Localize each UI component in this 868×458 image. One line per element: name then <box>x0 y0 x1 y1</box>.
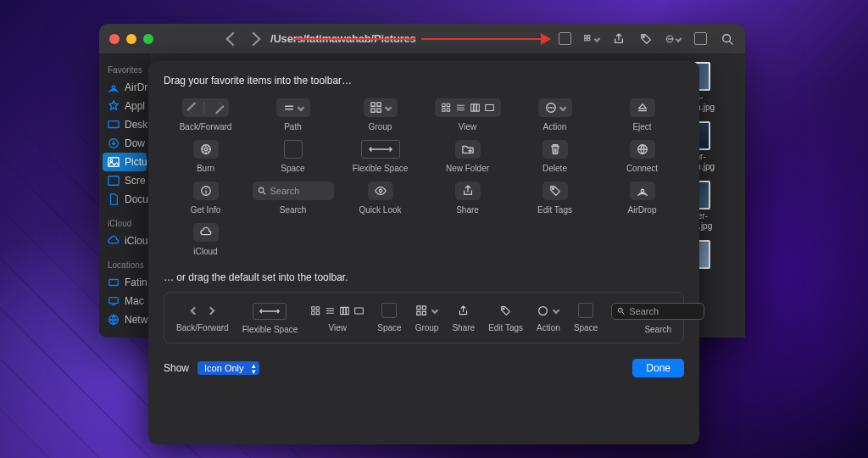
default-back-forward[interactable]: Back/Forward <box>176 303 229 332</box>
default-search-placeholder: Search <box>629 306 659 316</box>
palette-label: Search <box>280 205 307 215</box>
sidebar-item-documents[interactable]: Docu <box>99 190 150 209</box>
zoom-window-button[interactable] <box>143 34 153 44</box>
svg-rect-29 <box>476 104 479 111</box>
sidebar-item-airdrop[interactable]: AirDro <box>99 78 150 97</box>
palette-search[interactable]: Search Search <box>251 182 335 215</box>
search-placeholder: Search <box>270 186 300 196</box>
default-toolbar-set[interactable]: Back/Forward Flexible Space View Space G… <box>164 292 684 344</box>
sidebar-item-disk[interactable]: Fatin <box>99 273 150 292</box>
sidebar-item-desktop[interactable]: Desk <box>99 115 150 134</box>
svg-rect-15 <box>108 176 119 186</box>
close-window-button[interactable] <box>109 34 120 44</box>
palette-back-forward[interactable]: Back/Forward <box>164 98 248 131</box>
svg-rect-24 <box>447 103 449 106</box>
toolbar-slot2-icon[interactable] <box>693 31 708 47</box>
sidebar-item-downloads[interactable]: Dow <box>99 134 150 153</box>
palette-flexible-space[interactable]: Flexible Space <box>338 140 422 173</box>
default-action[interactable]: Action <box>537 303 560 332</box>
sidebar-item-label: Dow <box>125 137 145 149</box>
svg-rect-17 <box>109 298 119 304</box>
default-label: Search <box>644 325 671 334</box>
default-label: Space <box>574 323 598 332</box>
palette-airdrop[interactable]: AirDrop <box>600 182 684 215</box>
sidebar: Favorites AirDro Appl Desk Dow Pictu Scr… <box>99 53 150 338</box>
palette-label: AirDrop <box>628 205 657 215</box>
palette-eject[interactable]: Eject <box>600 98 684 131</box>
search-icon[interactable] <box>720 31 735 47</box>
svg-rect-0 <box>585 35 587 37</box>
default-label: Flexible Space <box>242 325 298 334</box>
default-share[interactable]: Share <box>452 303 475 332</box>
sidebar-item-screenshots[interactable]: Scre <box>99 171 150 190</box>
palette-quicklook[interactable]: Quick Look <box>338 182 422 215</box>
svg-point-4 <box>643 36 645 37</box>
sidebar-heading-icloud: iCloud <box>99 215 150 232</box>
svg-point-41 <box>552 188 554 190</box>
svg-rect-11 <box>108 121 119 128</box>
sidebar-item-pictures[interactable]: Pictu <box>103 153 147 171</box>
palette-edit-tags[interactable]: Edit Tags <box>513 182 597 215</box>
palette-label: iCloud <box>193 247 217 256</box>
show-select-value: Icon Only <box>204 363 243 373</box>
palette-new-folder[interactable]: New Folder <box>426 140 509 173</box>
default-search[interactable]: SearchSearch <box>611 303 704 334</box>
palette-group[interactable]: Group <box>338 98 422 131</box>
svg-point-7 <box>670 38 670 39</box>
palette-space[interactable]: Space <box>251 140 335 173</box>
svg-rect-28 <box>474 104 476 111</box>
svg-rect-1 <box>587 35 590 37</box>
svg-rect-43 <box>312 306 314 309</box>
done-label: Done <box>646 362 670 374</box>
tags-icon[interactable] <box>638 31 654 47</box>
group-icon[interactable] <box>584 31 599 47</box>
action-icon[interactable] <box>665 31 681 47</box>
sidebar-item-label: iClou <box>125 235 147 247</box>
done-button[interactable]: Done <box>632 359 684 377</box>
sidebar-item-mac[interactable]: Mac <box>99 292 150 310</box>
annotation-arrow <box>421 38 550 40</box>
palette-get-info[interactable]: Get Info <box>164 182 248 215</box>
svg-point-36 <box>204 148 208 151</box>
default-label: Group <box>415 323 439 332</box>
default-group[interactable]: Group <box>415 303 439 332</box>
default-space[interactable]: Space <box>377 303 401 332</box>
show-select[interactable]: Icon Only ▴▾ <box>198 361 259 375</box>
palette-label: Space <box>281 164 304 173</box>
palette-connect[interactable]: Connect <box>600 140 684 173</box>
svg-point-8 <box>671 38 672 39</box>
sidebar-item-icloud[interactable]: iClou <box>99 232 150 250</box>
svg-rect-16 <box>109 280 119 286</box>
svg-rect-22 <box>376 109 380 112</box>
palette-icloud[interactable]: iCloud <box>164 223 248 256</box>
default-space2[interactable]: Space <box>574 303 598 332</box>
palette-view[interactable]: View <box>426 98 509 131</box>
minimize-window-button[interactable] <box>126 34 136 44</box>
default-flexible-space[interactable]: Flexible Space <box>242 303 298 334</box>
default-label: View <box>329 323 348 332</box>
toolbar-slot-icon[interactable] <box>557 31 572 47</box>
svg-rect-20 <box>376 103 380 106</box>
sidebar-item-network[interactable]: Netw <box>99 310 150 329</box>
palette-delete[interactable]: Delete <box>513 140 597 173</box>
palette-share[interactable]: Share <box>426 182 509 215</box>
show-label: Show <box>164 362 189 374</box>
sidebar-heading-locations: Locations <box>99 257 150 273</box>
svg-point-33 <box>550 108 551 109</box>
share-icon[interactable] <box>611 31 626 47</box>
sidebar-item-label: Appl <box>125 100 145 112</box>
palette-burn[interactable]: Burn <box>164 140 248 173</box>
default-edit-tags[interactable]: Edit Tags <box>488 303 523 332</box>
default-view[interactable]: View <box>311 303 364 332</box>
path-prefix: /Use <box>270 32 293 45</box>
svg-rect-27 <box>470 104 473 111</box>
palette-path[interactable]: Path <box>251 98 335 131</box>
default-label: Back/Forward <box>176 323 229 332</box>
palette-label: Action <box>543 122 567 131</box>
sidebar-item-applications[interactable]: Appl <box>99 97 150 115</box>
nav-forward-icon[interactable] <box>247 31 261 46</box>
svg-rect-2 <box>585 38 587 41</box>
customize-toolbar-sheet: Drag your favorite items into the toolba… <box>148 61 699 444</box>
nav-back-icon[interactable] <box>226 31 241 46</box>
palette-action[interactable]: Action <box>513 98 597 131</box>
